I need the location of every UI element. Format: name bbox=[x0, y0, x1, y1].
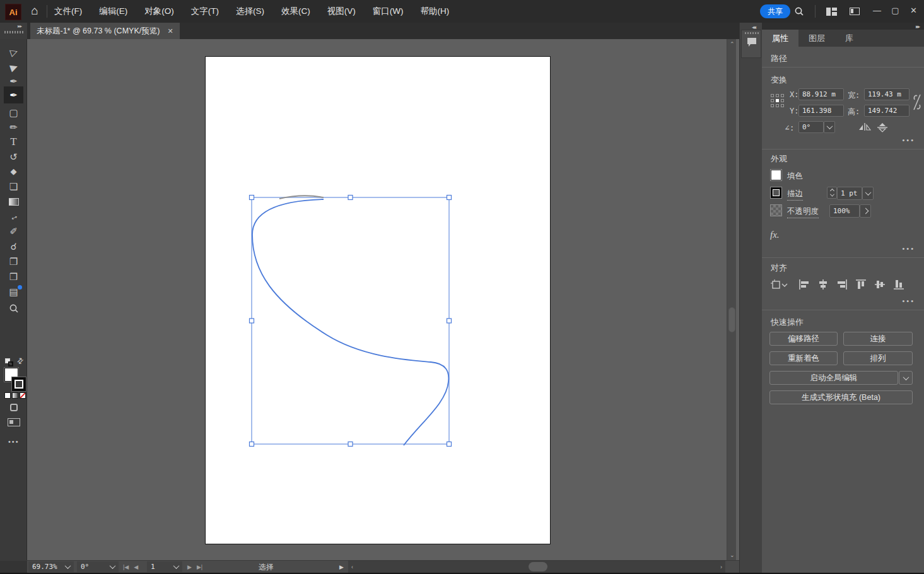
stroke-weight-stepper[interactable] bbox=[827, 187, 837, 199]
handle-bottom-right[interactable] bbox=[447, 442, 452, 447]
canvas-area[interactable]: ⌃ ⌄ bbox=[27, 39, 739, 560]
handle-top-right[interactable] bbox=[447, 196, 452, 200]
horizontal-scrollbar[interactable]: ‹ › bbox=[348, 561, 725, 573]
rectangle-tool[interactable]: ▢ bbox=[4, 105, 23, 120]
stroke-weight-dropdown[interactable] bbox=[862, 187, 874, 200]
next-artboard-icon[interactable]: ▶ bbox=[187, 564, 192, 570]
width-field[interactable]: 119.43 m bbox=[864, 88, 909, 100]
angle-dropdown[interactable] bbox=[824, 121, 835, 133]
menu-edit[interactable]: 编辑(E) bbox=[99, 6, 127, 17]
align-center-horizontal-icon[interactable] bbox=[817, 279, 830, 290]
workspace-switcher-icon[interactable] bbox=[846, 3, 863, 20]
maximize-button[interactable]: ▢ bbox=[886, 0, 904, 20]
menu-view[interactable]: 视图(V) bbox=[327, 6, 356, 17]
stroke-label[interactable]: 描边 bbox=[787, 189, 803, 201]
x-field[interactable]: 88.912 m bbox=[798, 88, 844, 100]
fill-swatch[interactable] bbox=[770, 169, 782, 181]
stroke-weight-field[interactable]: 1 pt bbox=[837, 187, 862, 200]
swap-fill-stroke-icon[interactable]: ⇄ bbox=[15, 355, 26, 366]
draw-mode-icon[interactable] bbox=[10, 404, 18, 411]
curvature-tool[interactable]: ✒ bbox=[4, 86, 23, 103]
menu-effect[interactable]: 效果(C) bbox=[281, 6, 310, 17]
align-bottom-icon[interactable] bbox=[893, 279, 906, 290]
menu-window[interactable]: 窗口(W) bbox=[373, 6, 404, 17]
handle-bottom-left[interactable] bbox=[250, 442, 254, 447]
comments-panel-button[interactable] bbox=[741, 30, 761, 58]
first-artboard-icon[interactable]: |◀ bbox=[123, 564, 129, 570]
align-top-icon[interactable] bbox=[855, 279, 868, 290]
share-button[interactable]: 共享 bbox=[760, 4, 790, 18]
align-right-icon[interactable] bbox=[836, 279, 849, 290]
selected-path[interactable] bbox=[252, 199, 448, 445]
height-field[interactable]: 149.742 bbox=[864, 105, 909, 117]
global-edit-dropdown[interactable] bbox=[899, 371, 913, 385]
appearance-more-icon[interactable]: ••• bbox=[902, 245, 915, 252]
scroll-left-icon[interactable]: ‹ bbox=[351, 564, 353, 570]
zoom-level-field[interactable]: 69.73% bbox=[28, 561, 61, 572]
angle-field[interactable]: 0° bbox=[798, 121, 824, 133]
scroll-up-icon[interactable]: ⌃ bbox=[730, 41, 735, 47]
join-button[interactable]: 连接 bbox=[843, 332, 913, 346]
arrange-button[interactable]: 排列 bbox=[843, 351, 913, 365]
horizontal-scroll-thumb[interactable] bbox=[529, 562, 547, 571]
align-to-dropdown[interactable] bbox=[771, 279, 788, 290]
artboard-tool[interactable]: ❒ bbox=[4, 269, 23, 284]
rotate-tool[interactable]: ↺ bbox=[4, 149, 23, 164]
link-icon[interactable] bbox=[912, 91, 922, 114]
menu-type[interactable]: 文字(T) bbox=[191, 6, 219, 17]
close-button[interactable]: ✕ bbox=[904, 0, 923, 20]
eraser-tool[interactable]: ◆ bbox=[4, 164, 23, 179]
document-tab[interactable]: 未标题-1* @ 69.73 % (CMYK/预览) ✕ bbox=[30, 23, 180, 39]
flip-vertical-icon[interactable] bbox=[877, 122, 888, 132]
opacity-panel-arrow[interactable] bbox=[860, 204, 871, 218]
handle-top-left[interactable] bbox=[250, 196, 254, 200]
scroll-right-icon[interactable]: › bbox=[720, 564, 722, 570]
recolor-button[interactable]: 重新着色 bbox=[769, 351, 838, 365]
toolbar-header[interactable]: ▸▸ bbox=[0, 23, 27, 39]
selection-tool[interactable]: ▷ bbox=[4, 44, 23, 59]
previous-artboard-icon[interactable]: ◀ bbox=[134, 564, 138, 570]
align-left-icon[interactable] bbox=[798, 279, 811, 290]
rotation-field[interactable]: 0° bbox=[77, 561, 106, 572]
global-edit-button[interactable]: 启动全局编辑 bbox=[769, 371, 898, 385]
edit-toolbar-more-icon[interactable]: ••• bbox=[8, 438, 20, 445]
stroke-swatch[interactable] bbox=[770, 187, 782, 199]
align-more-icon[interactable]: ••• bbox=[902, 297, 915, 305]
menu-select[interactable]: 选择(S) bbox=[236, 6, 264, 17]
rotation-dropdown[interactable] bbox=[106, 561, 119, 572]
zoom-level-dropdown[interactable] bbox=[61, 561, 74, 572]
gradient-button[interactable] bbox=[12, 392, 18, 399]
artboard-number-field[interactable]: 1 bbox=[147, 561, 170, 572]
vertical-scroll-thumb[interactable] bbox=[728, 307, 735, 332]
align-center-vertical-icon[interactable] bbox=[874, 279, 887, 290]
direct-selection-tool[interactable]: ▶ bbox=[4, 59, 23, 74]
handle-middle-left[interactable] bbox=[250, 319, 254, 323]
gradient-tool[interactable] bbox=[4, 194, 23, 209]
reference-point-icon[interactable] bbox=[771, 94, 785, 108]
scroll-down-icon[interactable]: ⌄ bbox=[730, 552, 735, 558]
selection-handles[interactable] bbox=[250, 196, 452, 447]
puppet-warp-tool[interactable]: ☌ bbox=[4, 239, 23, 254]
offset-path-button[interactable]: 偏移路径 bbox=[769, 332, 838, 346]
menu-file[interactable]: 文件(F) bbox=[54, 6, 82, 17]
shaper-tool[interactable]: ❏ bbox=[4, 179, 23, 194]
fx-icon[interactable]: fx. bbox=[770, 230, 780, 240]
arrange-documents-icon[interactable] bbox=[823, 3, 839, 20]
generative-shape-fill-button[interactable]: 生成式形状填充 (Beta) bbox=[769, 390, 913, 404]
y-field[interactable]: 161.398 bbox=[798, 105, 844, 117]
stroke-color-swatch[interactable] bbox=[12, 377, 26, 391]
tab-layers[interactable]: 图层 bbox=[798, 30, 835, 47]
collapse-panels-icon[interactable]: ▸▸ bbox=[916, 23, 919, 30]
paintbrush-tool[interactable]: ✏ bbox=[4, 120, 23, 134]
vertical-scrollbar[interactable]: ⌃ ⌄ bbox=[727, 39, 736, 560]
minimize-button[interactable]: — bbox=[868, 0, 886, 20]
menu-help[interactable]: 帮助(H) bbox=[420, 6, 449, 17]
selection-bounding-box[interactable] bbox=[252, 197, 449, 444]
opacity-field[interactable]: 100% bbox=[829, 204, 860, 218]
status-bar-menu-icon[interactable]: ▶ bbox=[339, 561, 344, 572]
home-icon[interactable]: ⌂ bbox=[26, 3, 43, 19]
handle-bottom-center[interactable] bbox=[348, 442, 353, 447]
handle-middle-right[interactable] bbox=[447, 319, 452, 323]
intertwine-tool[interactable]: ▤ bbox=[4, 284, 23, 299]
last-artboard-icon[interactable]: ▶| bbox=[197, 564, 202, 570]
